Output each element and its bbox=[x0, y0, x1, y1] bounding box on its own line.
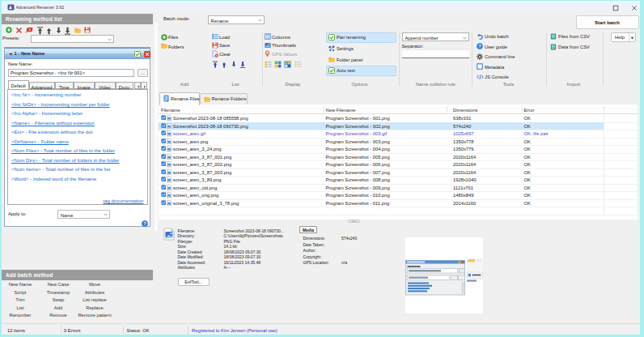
close-button[interactable] bbox=[631, 5, 638, 11]
clear-methods-button[interactable] bbox=[25, 27, 33, 33]
move-file-top-button[interactable] bbox=[212, 61, 218, 69]
ribbon-item-label[interactable]: Files from CSV bbox=[558, 34, 590, 39]
save-preset-button[interactable] bbox=[84, 27, 91, 33]
column-separator[interactable] bbox=[324, 106, 324, 113]
thumbnails-icon[interactable] bbox=[265, 42, 271, 49]
collision-separator-input[interactable] bbox=[402, 50, 469, 59]
media-tab[interactable]: Media bbox=[299, 226, 317, 233]
gear-icon[interactable] bbox=[477, 53, 483, 60]
batch-method-link[interactable]: List replace bbox=[83, 297, 107, 302]
ribbon-item-label[interactable]: Columns bbox=[272, 35, 290, 40]
ribbon-item-label[interactable]: User guide bbox=[485, 45, 507, 49]
ribbon-item-label[interactable]: Clear bbox=[219, 52, 231, 57]
open-preset-button[interactable] bbox=[74, 28, 81, 33]
file-row[interactable]: screen_aren_original_3_78.pngProgram Scr… bbox=[159, 199, 604, 207]
batch-method-link[interactable]: Renumber bbox=[9, 313, 31, 318]
method-box-header[interactable]: 1 : New Name bbox=[5, 48, 150, 59]
ribbon-item-label[interactable]: Save bbox=[219, 43, 230, 48]
method-help-icon[interactable]: ? bbox=[142, 220, 148, 227]
move-file-bottom-button[interactable] bbox=[239, 61, 246, 69]
tab-rename-folders[interactable]: Rename Folders bbox=[200, 93, 248, 105]
view-details-icon[interactable] bbox=[265, 61, 272, 68]
row-checkbox-icon[interactable] bbox=[161, 200, 166, 205]
batch-method-link[interactable]: Move bbox=[89, 282, 100, 287]
batch-method-link[interactable]: Attributes bbox=[85, 290, 105, 295]
gps-pin-icon[interactable] bbox=[265, 50, 270, 58]
ribbon-item-label[interactable]: Load bbox=[219, 35, 230, 40]
row-checkbox-icon[interactable] bbox=[161, 123, 166, 128]
help-button[interactable]: Help bbox=[611, 32, 636, 42]
tag-link[interactable]: <Name> - Filename without extension bbox=[11, 120, 95, 126]
batch-method-link[interactable]: Trim bbox=[15, 297, 24, 302]
columns-icon[interactable] bbox=[265, 33, 271, 40]
new-name-input[interactable]: Program Screenshot - <Inc Nr:001> bbox=[8, 69, 134, 77]
presets-dropdown[interactable] bbox=[31, 35, 114, 43]
move-file-down-button[interactable] bbox=[231, 61, 237, 69]
add-method-button[interactable] bbox=[6, 27, 12, 33]
ribbon-item-label[interactable]: GPS Values bbox=[272, 52, 297, 57]
file-row[interactable]: screen_aren_3_24.pngProgram Screenshot -… bbox=[159, 145, 604, 153]
column-separator[interactable] bbox=[447, 106, 447, 113]
panel-splitter[interactable] bbox=[155, 23, 159, 231]
row-checkbox-icon[interactable] bbox=[161, 169, 166, 174]
row-checkbox-icon[interactable] bbox=[161, 177, 166, 181]
batch-method-link[interactable]: Remove bbox=[49, 313, 67, 318]
remove-method-button[interactable] bbox=[15, 27, 23, 34]
batch-method-link[interactable]: Add bbox=[54, 305, 62, 310]
column-separator[interactable] bbox=[604, 106, 604, 113]
column-header-filename[interactable]: Filename bbox=[161, 108, 180, 113]
row-checkbox-icon[interactable] bbox=[161, 146, 166, 151]
column-separator[interactable] bbox=[522, 106, 523, 113]
tag-link[interactable]: <Num Items> - Total number of files in t… bbox=[11, 166, 110, 172]
tag-documentation-link[interactable]: tag documentation bbox=[103, 198, 143, 203]
file-row[interactable]: screen_aren_orig.pngProgram Screenshot -… bbox=[159, 191, 604, 199]
ribbon-item-label[interactable]: Command line bbox=[485, 54, 515, 59]
ribbon-item-label[interactable]: Thumbnails bbox=[272, 43, 296, 48]
column-header-new-filename[interactable]: New Filename bbox=[326, 108, 356, 113]
tag-link[interactable]: <Inc Alpha> - Incrementing letter bbox=[11, 110, 83, 116]
column-header-dimensions[interactable]: Dimensions bbox=[453, 108, 477, 113]
ribbon-item-label[interactable]: Settings bbox=[337, 46, 354, 51]
batch-method-link[interactable]: List bbox=[16, 305, 23, 310]
move-method-bottom-button[interactable] bbox=[64, 27, 71, 35]
code-tags-icon[interactable] bbox=[477, 74, 484, 80]
ribbon-item-label[interactable]: Auto test bbox=[337, 68, 355, 73]
file-row[interactable]: screen_aren_old.pngProgram Screenshot - … bbox=[159, 184, 604, 192]
file-row[interactable]: Screenshot 2023-08-18 085558.pngProgram … bbox=[159, 114, 604, 122]
ribbon-item-label[interactable]: Folder panel bbox=[337, 58, 362, 62]
ribbon-item-label[interactable]: JS Console bbox=[485, 75, 509, 79]
row-checkbox-icon[interactable] bbox=[161, 130, 166, 135]
file-row[interactable]: screen_aren_3_87_003.pngProgram Screensh… bbox=[159, 168, 604, 177]
tag-link[interactable]: <Inc Nr> - Incrementing number bbox=[11, 92, 81, 97]
view-thumbs-large-icon[interactable] bbox=[284, 61, 291, 68]
registered-link[interactable]: Registered to Kim Jensen (Personal use) bbox=[192, 328, 278, 333]
question-circle-icon[interactable]: ? bbox=[477, 43, 483, 49]
batch-method-link[interactable]: Swap bbox=[53, 297, 65, 302]
tag-link[interactable]: <Inc NrDir> - Incrementing number per fo… bbox=[11, 101, 110, 107]
ribbon-item-label[interactable]: Folders bbox=[168, 45, 184, 49]
file-row[interactable]: screen_aren_3_87_002.pngProgram Screensh… bbox=[159, 160, 604, 168]
csv-file-icon[interactable] bbox=[550, 44, 557, 50]
browse-tags-button[interactable]: ... bbox=[138, 69, 148, 77]
row-checkbox-icon[interactable] bbox=[161, 139, 166, 143]
file-row[interactable]: screen_aren_3_87_001.pngProgram Screensh… bbox=[159, 153, 604, 161]
file-row[interactable]: screen_aren_3_89.pngProgram Screenshot -… bbox=[159, 176, 604, 184]
maximize-button[interactable] bbox=[612, 5, 619, 11]
file-row[interactable]: screen_aren.pngProgram Screenshot - 003.… bbox=[159, 138, 604, 146]
collapse-icon[interactable] bbox=[9, 53, 13, 56]
move-file-up-button[interactable] bbox=[221, 61, 227, 69]
folder-icon[interactable] bbox=[328, 57, 335, 62]
ribbon-item-label[interactable]: Pair renaming bbox=[337, 35, 366, 40]
csv-file-icon[interactable] bbox=[550, 33, 557, 40]
ribbon-item-label[interactable]: Undo batch bbox=[485, 34, 509, 39]
row-checkbox-icon[interactable] bbox=[161, 154, 166, 159]
row-checkbox-icon[interactable] bbox=[161, 161, 166, 166]
exiftool-button[interactable]: ExifTool... bbox=[178, 278, 210, 286]
tag-link[interactable]: <Num Files> - Total number of files in t… bbox=[11, 147, 115, 153]
row-checkbox-icon[interactable] bbox=[161, 192, 166, 197]
save-icon[interactable] bbox=[212, 42, 218, 49]
row-checkbox-icon[interactable] bbox=[161, 185, 166, 190]
batch-method-link[interactable]: New Case bbox=[48, 282, 70, 287]
apply-to-dropdown[interactable]: Name bbox=[57, 210, 110, 219]
tag-link[interactable]: <Num Dirs> - Total number of folders in … bbox=[11, 157, 119, 163]
